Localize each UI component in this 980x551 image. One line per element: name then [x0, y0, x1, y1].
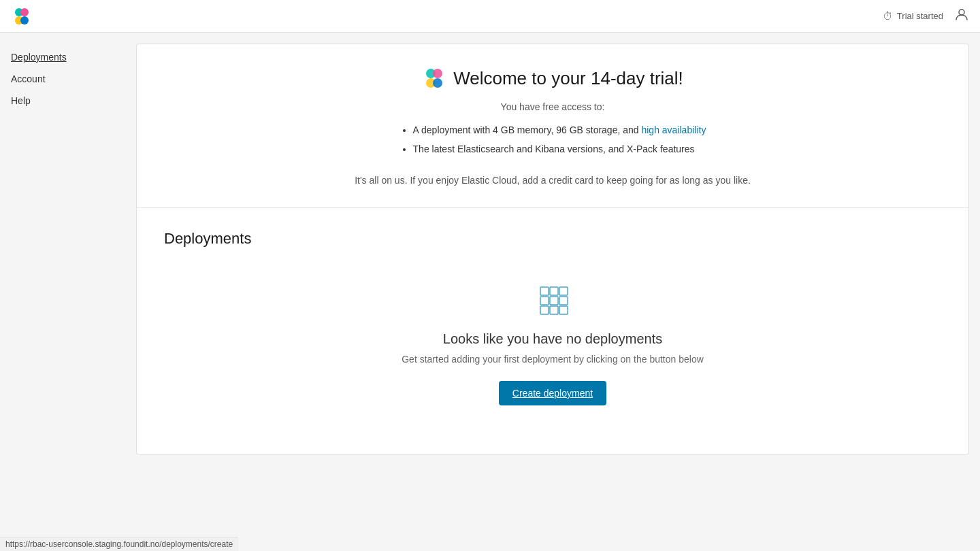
trial-heading: Welcome to your 14-day trial! — [453, 68, 683, 89]
trial-started-indicator[interactable]: ⏱ Trial started — [883, 10, 943, 22]
sidebar-item-account[interactable]: Account — [11, 71, 125, 87]
svg-rect-12 — [540, 297, 549, 305]
main-content: Welcome to your 14-day trial! You have f… — [136, 33, 980, 551]
status-url: https://rbac-userconsole.staging.foundit… — [5, 539, 233, 549]
svg-point-6 — [433, 69, 442, 78]
trial-note: It's all on us. If you enjoy Elastic Clo… — [164, 175, 941, 186]
no-deployments-icon — [536, 283, 569, 318]
empty-deployments-state: Looks like you have no deployments Get s… — [164, 269, 941, 433]
svg-point-4 — [959, 10, 964, 15]
header-right: ⏱ Trial started — [883, 7, 969, 25]
trial-banner: Welcome to your 14-day trial! You have f… — [137, 44, 968, 208]
user-profile-icon[interactable] — [954, 7, 969, 25]
svg-point-1 — [20, 8, 29, 16]
trial-logo-icon — [422, 66, 446, 90]
svg-rect-9 — [540, 287, 549, 295]
sidebar-item-deployments[interactable]: Deployments — [11, 49, 125, 65]
main-layout: Deployments Account Help Welcome to your… — [0, 0, 980, 551]
trial-title: Welcome to your 14-day trial! — [164, 66, 941, 90]
trial-feature-1-highlight: high availability — [641, 124, 706, 135]
trial-features-list: A deployment with 4 GB memory, 96 GB sto… — [399, 120, 706, 158]
status-bar: https://rbac-userconsole.staging.foundit… — [0, 537, 238, 551]
no-deployments-title: Looks like you have no deployments — [443, 331, 662, 347]
app-logo — [11, 5, 33, 27]
sidebar-item-help[interactable]: Help — [11, 93, 125, 109]
svg-point-8 — [433, 78, 442, 88]
svg-rect-11 — [559, 287, 568, 295]
content-card: Welcome to your 14-day trial! You have f… — [136, 44, 969, 455]
trial-feature-2: The latest Elasticsearch and Kibana vers… — [413, 139, 706, 158]
svg-rect-15 — [540, 306, 549, 314]
trial-clock-icon: ⏱ — [883, 10, 893, 22]
logo-area — [11, 5, 33, 27]
trial-feature-2-text: The latest Elasticsearch and Kibana vers… — [413, 144, 695, 154]
sidebar-nav: Deployments Account Help — [11, 49, 125, 109]
no-deployments-subtitle: Get started adding your first deployment… — [402, 354, 704, 365]
deployments-section-title: Deployments — [164, 230, 941, 248]
trial-started-label: Trial started — [897, 11, 943, 21]
svg-rect-16 — [550, 306, 558, 314]
trial-feature-1-text: A deployment with 4 GB memory, 96 GB sto… — [413, 124, 642, 135]
create-deployment-button[interactable]: Create deployment — [499, 381, 606, 405]
deployments-section: Deployments — [137, 208, 968, 454]
trial-feature-1: A deployment with 4 GB memory, 96 GB sto… — [413, 120, 706, 139]
svg-rect-10 — [550, 287, 558, 295]
trial-subtitle: You have free access to: — [164, 101, 941, 112]
app-header: ⏱ Trial started — [0, 0, 980, 33]
svg-rect-17 — [559, 306, 568, 314]
svg-point-3 — [20, 16, 29, 24]
svg-rect-13 — [550, 297, 558, 305]
svg-rect-14 — [559, 297, 568, 305]
sidebar: Deployments Account Help — [0, 33, 136, 551]
